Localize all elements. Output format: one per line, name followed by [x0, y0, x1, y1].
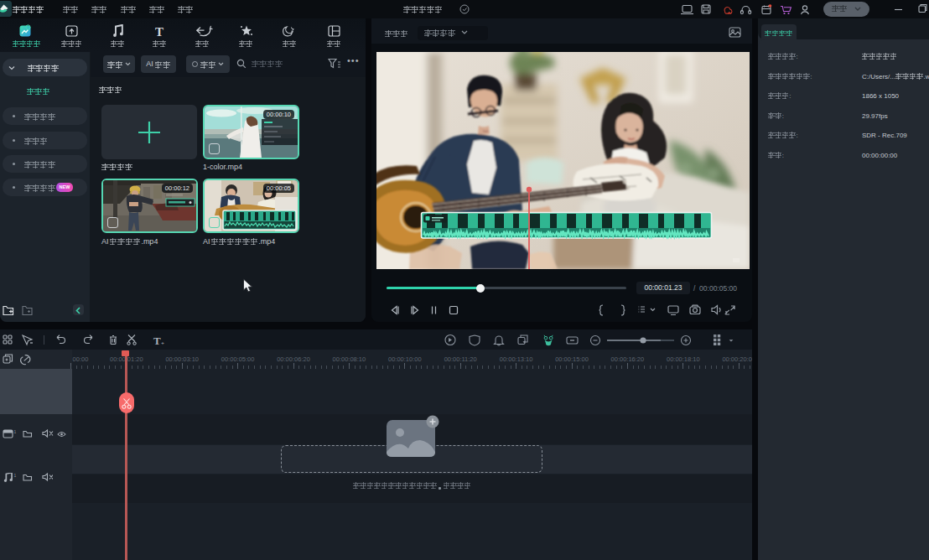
svg-text:T: T	[153, 334, 161, 347]
svg-text:+: +	[161, 340, 164, 346]
svg-text:T: T	[155, 25, 163, 39]
svg-text:1: 1	[14, 429, 17, 434]
svg-text:1: 1	[14, 473, 17, 478]
